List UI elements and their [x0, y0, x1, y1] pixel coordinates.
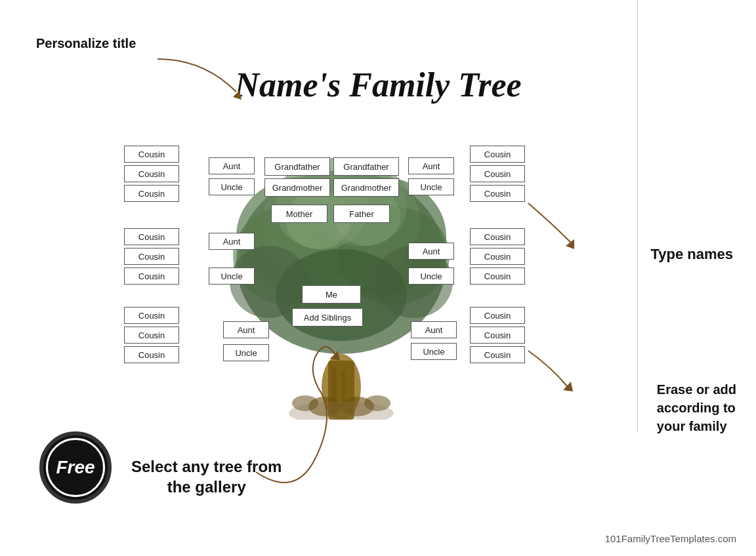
aunt-r3-box[interactable]: Aunt	[411, 321, 457, 338]
tree-illustration	[203, 105, 479, 420]
c-lt3-box[interactable]: Cousin	[124, 185, 179, 202]
c-lm1-box[interactable]: Cousin	[124, 228, 179, 245]
svg-marker-23	[566, 239, 574, 249]
c-rm1-box[interactable]: Cousin	[470, 228, 525, 245]
family-tree-title[interactable]: Name's Family Tree	[234, 66, 521, 104]
svg-marker-24	[563, 382, 573, 391]
c-lm3-box[interactable]: Cousin	[124, 268, 179, 285]
uncle-r1-box[interactable]: Uncle	[408, 178, 454, 195]
c-rb2-box[interactable]: Cousin	[470, 327, 525, 344]
uncle-r3-box[interactable]: Uncle	[411, 343, 457, 360]
free-text: Free	[56, 457, 94, 478]
page: Name's Family Tree Personalize title Typ…	[0, 0, 756, 556]
divider-line	[637, 0, 638, 433]
grandmother2-box[interactable]: Grandmother	[333, 178, 399, 197]
aunt-l3-box[interactable]: Aunt	[223, 321, 269, 338]
free-badge: Free	[39, 431, 112, 504]
c-lt1-box[interactable]: Cousin	[124, 146, 179, 163]
c-lm2-box[interactable]: Cousin	[124, 248, 179, 265]
c-rb3-box[interactable]: Cousin	[470, 346, 525, 363]
c-lb3-box[interactable]: Cousin	[124, 346, 179, 363]
c-lb2-box[interactable]: Cousin	[124, 327, 179, 344]
c-rb1-box[interactable]: Cousin	[470, 307, 525, 324]
father-box[interactable]: Father	[333, 205, 390, 223]
me-box[interactable]: Me	[302, 285, 361, 304]
c-lt2-box[interactable]: Cousin	[124, 165, 179, 182]
annotation-type-names: Type names	[650, 246, 733, 263]
free-badge-inner: Free	[46, 438, 105, 497]
annotation-select: Select any tree fromthe gallery	[131, 456, 282, 497]
grandfather2-box[interactable]: Grandfather	[333, 157, 399, 176]
c-rm2-box[interactable]: Cousin	[470, 248, 525, 265]
add-siblings-box[interactable]: Add Siblings	[292, 308, 363, 327]
c-rm3-box[interactable]: Cousin	[470, 268, 525, 285]
aunt-l1-box[interactable]: Aunt	[209, 157, 255, 174]
c-rt1-box[interactable]: Cousin	[470, 146, 525, 163]
c-rt2-box[interactable]: Cousin	[470, 165, 525, 182]
grandfather1-box[interactable]: Grandfather	[264, 157, 330, 176]
c-rt3-box[interactable]: Cousin	[470, 185, 525, 202]
aunt-l2-box[interactable]: Aunt	[209, 233, 255, 250]
annotation-erase: Erase or addaccording toyour family	[657, 380, 736, 435]
aunt-r2-box[interactable]: Aunt	[408, 243, 454, 260]
annotation-personalize: Personalize title	[36, 36, 136, 51]
grandmother1-box[interactable]: Grandmother	[264, 178, 330, 197]
uncle-r2-box[interactable]: Uncle	[408, 268, 454, 285]
website-url: 101FamilyTreeTemplates.com	[605, 533, 736, 544]
uncle-l1-box[interactable]: Uncle	[209, 178, 255, 195]
c-lb1-box[interactable]: Cousin	[124, 307, 179, 324]
aunt-r1-box[interactable]: Aunt	[408, 157, 454, 174]
uncle-l3-box[interactable]: Uncle	[223, 344, 269, 361]
mother-box[interactable]: Mother	[271, 205, 327, 223]
uncle-l2-box[interactable]: Uncle	[209, 268, 255, 285]
